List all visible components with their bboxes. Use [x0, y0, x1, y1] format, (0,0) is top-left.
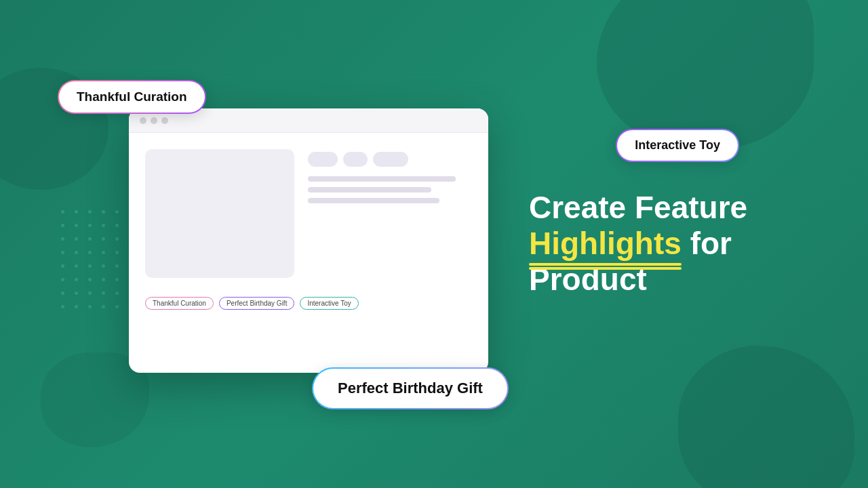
detail-pill-1 [308, 152, 338, 167]
tag-birthday: Perfect Birthday Gift [219, 297, 294, 310]
headline: Create Feature Highlights for Product [529, 190, 814, 298]
bg-blob-1 [597, 0, 814, 149]
background: const grid = document.querySelector('.do… [0, 0, 868, 488]
tag-thankful: Thankful Curation [145, 297, 214, 310]
detail-pill-2 [343, 152, 368, 167]
detail-pill-3 [373, 152, 408, 167]
float-label-birthday: Perfect Birthday Gift [312, 367, 509, 409]
headline-highlight: Highlights [529, 226, 682, 262]
detail-line-1 [308, 176, 456, 182]
thankful-label-text: Thankful Curation [77, 89, 187, 104]
browser-content: Thankful Curation Perfect Birthday Gift … [129, 133, 488, 326]
detail-line-3 [308, 198, 439, 203]
tag-row: Thankful Curation Perfect Birthday Gift … [145, 297, 472, 310]
product-image [145, 149, 294, 278]
underline-bar-1 [529, 263, 682, 266]
underline-bar-2 [529, 267, 682, 270]
browser-dot-3 [161, 117, 168, 124]
birthday-label-text: Perfect Birthday Gift [338, 380, 483, 396]
browser-dot-2 [151, 117, 157, 124]
browser-window: Thankful Curation Perfect Birthday Gift … [129, 108, 488, 373]
detail-pills [308, 152, 472, 167]
headline-highlight-text: Highlights [529, 226, 682, 261]
tag-interactive: Interactive Toy [300, 297, 358, 310]
product-details [308, 149, 472, 278]
headline-line1: Create Feature [529, 190, 747, 225]
detail-line-2 [308, 187, 431, 192]
right-content: Create Feature Highlights for Product [529, 190, 814, 306]
interactive-label-text: Interactive Toy [635, 138, 720, 152]
float-label-thankful: Thankful Curation [58, 80, 206, 114]
product-area [145, 149, 472, 278]
browser-dot-1 [140, 117, 146, 124]
float-label-interactive: Interactive Toy [616, 129, 739, 162]
bg-blob-2 [678, 346, 854, 488]
